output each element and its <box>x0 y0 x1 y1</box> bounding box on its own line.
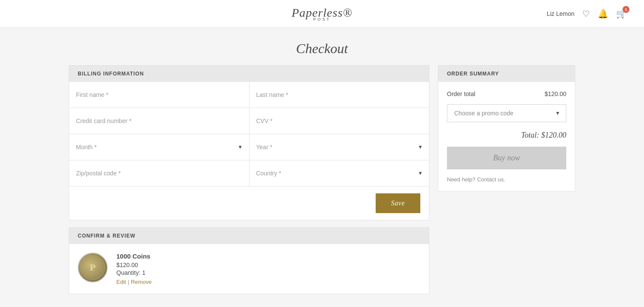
cart-icon[interactable]: 🛒 1 <box>616 9 627 19</box>
year-field[interactable]: Year * 2024 2025 2026 2027 2028 ▼ <box>249 134 429 160</box>
bell-icon[interactable]: 🔔 <box>598 9 608 19</box>
header-right: Liz Lemon ♡ 🔔 🛒 1 <box>424 9 627 19</box>
confirm-body: P 1000 Coins $120.00 Quantity: 1 Edit | … <box>69 244 429 294</box>
order-total-label: Order total <box>447 90 475 97</box>
logo: Paperless® POST <box>292 6 352 21</box>
save-button[interactable]: Save <box>376 193 420 213</box>
page-title-wrap: Checkout <box>0 28 644 65</box>
order-summary-header: ORDER SUMMARY <box>438 66 575 82</box>
left-column: BILLING INFORMATION <box>69 65 429 294</box>
zip-field[interactable] <box>69 160 249 186</box>
product-actions: Edit | Remove <box>116 279 420 285</box>
country-field[interactable]: Country * United States Canada United Ki… <box>249 160 429 186</box>
remove-link[interactable]: Remove <box>131 279 152 285</box>
month-field[interactable]: Month * 01 - January 02 - February 03 - … <box>69 134 249 160</box>
first-name-input[interactable] <box>69 82 249 108</box>
promo-select-wrap[interactable]: Choose a promo code ▼ <box>447 104 566 122</box>
main-layout: BILLING INFORMATION <box>52 65 592 294</box>
cvv-field[interactable] <box>249 108 429 134</box>
confirm-section: CONFIRM & REVIEW P 1000 Coins $120.00 Qu… <box>69 227 429 294</box>
buy-button[interactable]: Buy now <box>447 147 566 169</box>
name-row <box>69 82 429 108</box>
order-summary: ORDER SUMMARY Order total $120.00 Choose… <box>438 65 575 192</box>
confirm-section-header: CONFIRM & REVIEW <box>69 228 429 244</box>
product-image-inner: P <box>80 255 105 280</box>
zip-input[interactable] <box>69 160 249 186</box>
order-total-row: Order total $120.00 <box>447 90 566 97</box>
card-row <box>69 108 429 134</box>
form-actions: Save <box>69 187 429 220</box>
product-image-letter: P <box>90 262 95 273</box>
country-select[interactable]: Country * United States Canada United Ki… <box>249 160 429 186</box>
product-price: $120.00 <box>116 262 420 268</box>
contact-link[interactable]: Contact us. <box>477 176 505 183</box>
help-text: Need help? Contact us. <box>447 176 566 183</box>
credit-card-field[interactable] <box>69 108 249 134</box>
billing-section: BILLING INFORMATION <box>69 65 429 220</box>
order-summary-body: Order total $120.00 Choose a promo code … <box>438 82 575 191</box>
help-label: Need help? <box>447 176 476 183</box>
product-details: 1000 Coins $120.00 Quantity: 1 Edit | Re… <box>116 253 420 285</box>
page-title: Checkout <box>0 41 644 57</box>
month-select[interactable]: Month * 01 - January 02 - February 03 - … <box>69 134 249 160</box>
product-quantity: Quantity: 1 <box>116 269 420 276</box>
product-name: 1000 Coins <box>116 253 420 260</box>
order-total-amount: $120.00 <box>544 90 566 97</box>
cart-badge: 1 <box>623 6 629 13</box>
total-text: Total: $120.00 <box>521 131 566 139</box>
location-row: Country * United States Canada United Ki… <box>69 160 429 187</box>
credit-card-input[interactable] <box>69 108 249 134</box>
product-image: P <box>78 253 108 283</box>
first-name-field[interactable] <box>69 82 249 108</box>
last-name-input[interactable] <box>249 82 429 108</box>
header: Paperless® POST Liz Lemon ♡ 🔔 🛒 1 <box>0 0 644 28</box>
total-line: Total: $120.00 <box>447 131 566 140</box>
last-name-field[interactable] <box>249 82 429 108</box>
year-select[interactable]: Year * 2024 2025 2026 2027 2028 <box>249 134 429 160</box>
promo-select[interactable]: Choose a promo code <box>447 104 566 122</box>
header-logo: Paperless® POST <box>220 6 423 21</box>
edit-link[interactable]: Edit <box>116 279 126 285</box>
action-divider: | <box>128 279 129 285</box>
cvv-input[interactable] <box>249 108 429 134</box>
username: Liz Lemon <box>547 10 574 17</box>
expiry-row: Month * 01 - January 02 - February 03 - … <box>69 134 429 160</box>
billing-section-header: BILLING INFORMATION <box>69 66 429 82</box>
heart-icon[interactable]: ♡ <box>582 9 590 19</box>
